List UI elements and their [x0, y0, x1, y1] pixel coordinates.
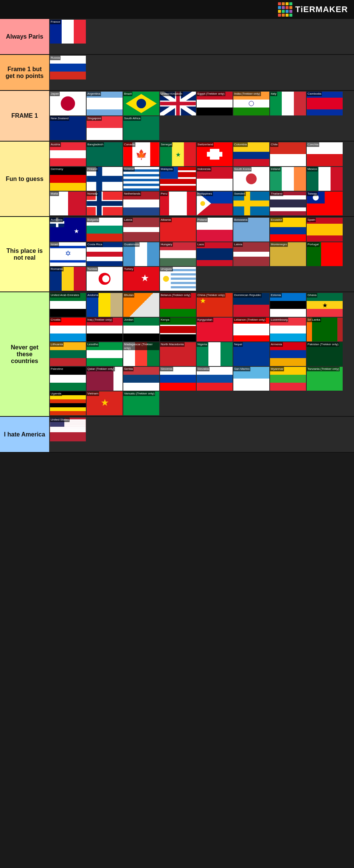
- flag-item[interactable]: Colombia: [233, 142, 269, 166]
- flag-item[interactable]: Tanzania (Trekker only): [307, 367, 343, 391]
- flag-item[interactable]: North Macedonia: [160, 342, 196, 366]
- flag-item[interactable]: Philippines: [197, 192, 233, 215]
- logo-cell: [282, 10, 285, 13]
- flag-item[interactable]: Albania: [160, 218, 196, 242]
- flag-item[interactable]: Kenya: [160, 318, 196, 341]
- flag-item[interactable]: Netherlands: [123, 192, 159, 215]
- flag-item[interactable]: Malta: [50, 192, 86, 215]
- flag-item[interactable]: India (Trekker only): [233, 92, 269, 115]
- flag-item[interactable]: New Zealand: [50, 116, 86, 140]
- flag-item[interactable]: Myanmar: [270, 367, 306, 391]
- flag-item[interactable]: Chile: [270, 142, 306, 166]
- flag-item[interactable]: Nigeria: [197, 342, 233, 366]
- flag-item[interactable]: Hungary: [160, 242, 196, 266]
- flag-item[interactable]: Argentina: [87, 92, 123, 115]
- flag-item[interactable]: South Korea: [233, 167, 269, 191]
- flag-item[interactable]: Uganda: [50, 391, 86, 415]
- flag-item[interactable]: Kyrgyzstan: [197, 318, 233, 341]
- flag-item[interactable]: Lithuania: [50, 342, 86, 366]
- flag-item[interactable]: Bangladesh: [87, 142, 123, 166]
- flag-item[interactable]: Jordan: [123, 318, 159, 341]
- svg-text:★: ★: [141, 273, 149, 283]
- flag-item[interactable]: China (Trekker only)★: [197, 293, 233, 317]
- flag-item[interactable]: Switzerland: [197, 142, 233, 166]
- flag-item[interactable]: Canada🍁: [123, 142, 159, 166]
- flag-item[interactable]: South Africa: [123, 116, 159, 140]
- flag-item[interactable]: Palestine: [50, 367, 86, 391]
- flag-item[interactable]: Germany: [50, 167, 86, 191]
- flag-item[interactable]: Italy: [270, 92, 306, 115]
- header: TiERMAKER: [0, 0, 354, 19]
- flag-item[interactable]: Belarus (Trekker only): [160, 293, 196, 317]
- svg-point-4: [137, 99, 146, 108]
- logo-cell: [289, 6, 292, 9]
- flag-item[interactable]: Russia: [50, 56, 86, 79]
- flag-item[interactable]: Spain: [307, 218, 343, 242]
- flag-item[interactable]: Senegal★: [160, 142, 196, 166]
- flag-item[interactable]: Guatemala: [123, 242, 159, 266]
- flag-item[interactable]: Thailand: [270, 192, 306, 215]
- flag-item[interactable]: Botswana: [233, 218, 269, 242]
- flag-item[interactable]: Uruguay: [160, 267, 196, 291]
- flag-label: Lesotho: [87, 342, 99, 347]
- flag-item[interactable]: Malaysia: [160, 167, 196, 191]
- flag-item[interactable]: Israel✡: [50, 242, 86, 266]
- flag-item[interactable]: Brazil: [123, 92, 159, 115]
- flag-item[interactable]: Armenia: [270, 342, 306, 366]
- flag-item[interactable]: Poland: [197, 218, 233, 242]
- flag-item[interactable]: Ghana★: [307, 293, 343, 317]
- flag-item[interactable]: Portugal: [307, 242, 343, 266]
- flag-item[interactable]: United Kingdom: [160, 92, 196, 115]
- flag-item[interactable]: Iraq (Trekker only): [87, 318, 123, 341]
- flag-item[interactable]: France: [50, 20, 86, 44]
- flag-item[interactable]: Bulgaria: [87, 218, 123, 242]
- flag-item[interactable]: Costa Rica: [87, 242, 123, 266]
- flag-item[interactable]: Finland: [87, 167, 123, 191]
- flag-item[interactable]: Indonesia: [197, 167, 233, 191]
- flag-item[interactable]: Greece: [123, 167, 159, 191]
- flag-item[interactable]: Ireland: [270, 167, 306, 191]
- flag-item[interactable]: Dominican Republic: [233, 293, 269, 317]
- flag-item[interactable]: Estonia: [270, 293, 306, 317]
- flag-item[interactable]: Cambodia: [307, 92, 343, 115]
- flag-item[interactable]: Sri Lanka: [307, 318, 343, 341]
- flag-item[interactable]: Pakistan (Trekker only): [307, 342, 343, 366]
- flag-item[interactable]: Latvia: [123, 218, 159, 242]
- flag-item[interactable]: Latvia: [233, 242, 269, 266]
- flag-item[interactable]: Norway: [87, 192, 123, 215]
- flag-item[interactable]: Romania: [50, 267, 86, 291]
- flag-item[interactable]: Serbia: [123, 367, 159, 391]
- flag-item[interactable]: Slovakia: [197, 367, 233, 391]
- flag-item[interactable]: Luxembourg: [270, 318, 306, 341]
- flag-item[interactable]: Tunisia: [87, 267, 123, 291]
- flag-item[interactable]: United Arab Emirates: [50, 293, 86, 317]
- flag-item[interactable]: Czechia: [307, 142, 343, 166]
- flag-item[interactable]: Bhutan: [123, 293, 159, 317]
- flag-label: Argentina: [87, 92, 101, 96]
- flag-item[interactable]: Slovenia: [160, 367, 196, 391]
- flag-item[interactable]: Laos: [197, 242, 233, 266]
- flag-item[interactable]: Lesotho: [87, 342, 123, 366]
- flag-item[interactable]: Vietnam★: [87, 391, 123, 415]
- flag-item[interactable]: Madagascar (Trekker only): [123, 342, 159, 366]
- flag-item[interactable]: Mexico: [307, 167, 343, 191]
- flag-item[interactable]: United States: [50, 418, 86, 441]
- flag-item[interactable]: Croatia: [50, 318, 86, 341]
- flag-item[interactable]: Turkey★: [123, 267, 159, 291]
- flag-item[interactable]: Nepal: [233, 342, 269, 366]
- flag-item[interactable]: Montenegro: [270, 242, 306, 266]
- flag-item[interactable]: Taiwan: [307, 192, 343, 215]
- flag-item[interactable]: Japan: [50, 92, 86, 115]
- flag-item[interactable]: Andorra: [87, 293, 123, 317]
- flag-item[interactable]: Ecuador: [270, 218, 306, 242]
- flag-item[interactable]: Peru: [160, 192, 196, 215]
- flag-item[interactable]: Singapore: [87, 116, 123, 140]
- flag-item[interactable]: Austria: [50, 142, 86, 166]
- flag-item[interactable]: Sweden: [233, 192, 269, 215]
- flag-item[interactable]: Lebanon (Trekker only): [233, 318, 269, 341]
- flag-item[interactable]: San Marino: [233, 367, 269, 391]
- flag-item[interactable]: Vanuatu (Trekker only): [123, 391, 159, 415]
- flag-item[interactable]: Qatar (Trekker only): [87, 367, 123, 391]
- flag-item[interactable]: Australia★: [50, 218, 86, 242]
- flag-item[interactable]: Egypt (Trekker only): [197, 92, 233, 115]
